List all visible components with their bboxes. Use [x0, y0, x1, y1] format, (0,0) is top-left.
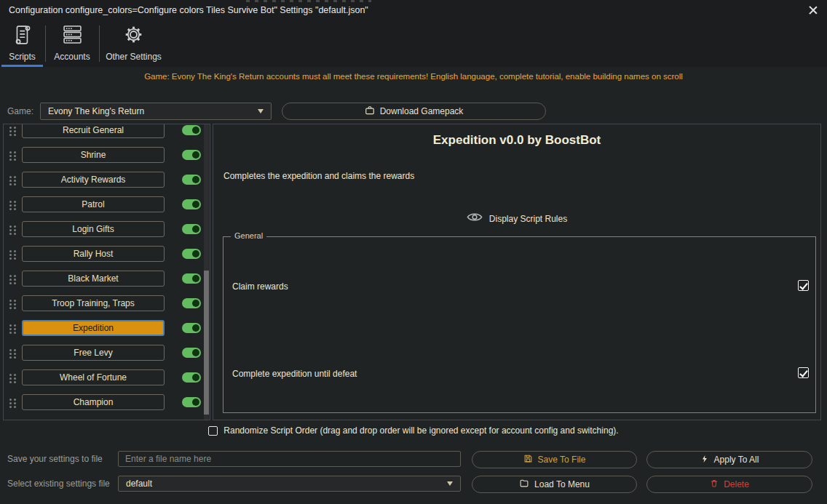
randomize-label: Randomize Script Order (drag and drop or…: [223, 425, 618, 436]
script-row: Free Levy: [4, 345, 210, 361]
general-groupbox-legend: General: [231, 231, 266, 240]
briefcase-icon: [365, 105, 375, 118]
script-title: Expedition v0.0 by BoostBot: [213, 133, 820, 148]
file-name-input[interactable]: [118, 451, 461, 467]
script-button[interactable]: Patrol: [22, 196, 165, 212]
script-row: Troop Training, Traps: [4, 295, 210, 311]
tab-scripts[interactable]: Scripts: [0, 20, 44, 67]
script-button[interactable]: Rally Host: [22, 246, 165, 262]
script-row: Recruit General: [4, 124, 210, 138]
script-toggle[interactable]: [182, 323, 201, 333]
script-row: Login Gifts: [4, 221, 210, 237]
drag-handle-icon[interactable]: [9, 151, 12, 153]
script-button[interactable]: Wheel of Fortune: [22, 369, 165, 385]
trash-icon: [710, 479, 719, 490]
claim-rewards-label: Claim rewards: [232, 281, 288, 292]
save-to-file-label: Save To File: [538, 455, 586, 465]
script-row: Patrol: [4, 196, 210, 212]
load-to-menu-label: Load To Menu: [534, 479, 590, 489]
eye-icon: [467, 212, 483, 225]
delete-button[interactable]: Delete: [646, 476, 812, 493]
general-groupbox: General Claim rewards Complete expeditio…: [223, 236, 816, 413]
script-toggle[interactable]: [182, 125, 201, 135]
script-toggle[interactable]: [182, 298, 201, 308]
drag-handle-icon[interactable]: [9, 225, 12, 228]
script-toggle[interactable]: [182, 224, 201, 234]
script-button[interactable]: Troop Training, Traps: [22, 295, 165, 311]
drag-handle-icon[interactable]: [9, 324, 12, 327]
randomize-checkbox[interactable]: [208, 426, 218, 436]
script-toggle[interactable]: [182, 397, 201, 407]
script-button[interactable]: Shrine: [22, 147, 165, 163]
script-button[interactable]: Login Gifts: [22, 221, 165, 237]
drag-handle-icon[interactable]: [9, 374, 12, 376]
script-description: Completes the expedition and claims the …: [223, 171, 414, 181]
script-row: Champion: [4, 394, 210, 410]
script-row: Activity Rewards: [4, 172, 210, 188]
drag-handle-icon[interactable]: [9, 201, 12, 203]
title-bar: Configuration configure_colors=Configure…: [0, 0, 827, 20]
drag-handle-icon[interactable]: [9, 349, 12, 351]
game-select[interactable]: Evony The King's Return: [40, 103, 272, 120]
script-settings-panel: Expedition v0.0 by BoostBot Completes th…: [213, 124, 821, 420]
drag-handle-icon[interactable]: [9, 176, 12, 178]
drag-handle-icon[interactable]: [9, 127, 12, 129]
close-icon[interactable]: [808, 5, 818, 15]
tab-accounts-label: Accounts: [54, 52, 90, 62]
script-toggle[interactable]: [182, 273, 201, 284]
tab-scripts-label: Scripts: [9, 52, 36, 62]
scrollbar-thumb[interactable]: [204, 271, 209, 415]
script-button-selected[interactable]: Expedition: [22, 320, 165, 336]
chevron-down-icon: [258, 109, 264, 113]
script-button[interactable]: Recruit General: [22, 124, 165, 138]
randomize-row: Randomize Script Order (drag and drop or…: [0, 425, 827, 436]
complete-expedition-checkbox[interactable]: [798, 367, 809, 378]
script-row: Wheel of Fortune: [4, 369, 210, 385]
script-toggle[interactable]: [182, 175, 201, 185]
save-to-file-button[interactable]: Save To File: [472, 451, 637, 468]
game-select-value: Evony The King's Return: [48, 106, 258, 116]
script-button[interactable]: Champion: [22, 394, 165, 410]
scroll-icon: [13, 25, 32, 48]
floppy-disk-icon: [523, 454, 533, 465]
configuration-window: Configuration configure_colors=Configure…: [0, 0, 827, 504]
drag-handle-icon[interactable]: [9, 275, 12, 277]
script-toggle[interactable]: [182, 249, 201, 259]
drag-handle-icon[interactable]: [9, 399, 12, 401]
display-script-rules-button[interactable]: Display Script Rules: [213, 212, 820, 225]
settings-file-value: default: [126, 479, 447, 489]
settings-file-select[interactable]: default: [118, 476, 461, 492]
game-label: Game:: [7, 103, 33, 120]
script-toggle[interactable]: [182, 150, 201, 160]
script-button[interactable]: Free Levy: [22, 345, 165, 361]
tab-other-settings[interactable]: Other Settings: [100, 20, 167, 67]
apply-to-all-button[interactable]: Apply To All: [646, 451, 812, 468]
tab-other-settings-label: Other Settings: [106, 52, 162, 62]
claim-rewards-checkbox[interactable]: [798, 280, 809, 291]
load-to-menu-button[interactable]: Load To Menu: [472, 476, 637, 493]
folder-icon: [519, 479, 529, 490]
display-script-rules-label: Display Script Rules: [489, 214, 567, 224]
save-settings-label: Save your settings to file: [7, 451, 103, 467]
download-gamepack-label: Download Gamepack: [380, 106, 464, 116]
script-toggle[interactable]: [182, 348, 201, 358]
delete-label: Delete: [724, 479, 749, 489]
apply-to-all-label: Apply To All: [714, 455, 759, 465]
drag-handle-icon[interactable]: [9, 300, 12, 302]
tab-accounts[interactable]: Accounts: [46, 20, 98, 67]
script-list-scrollbar[interactable]: [204, 124, 209, 420]
download-gamepack-button[interactable]: Download Gamepack: [282, 103, 546, 120]
select-settings-label: Select existing settings file: [7, 476, 110, 492]
script-toggle[interactable]: [182, 372, 201, 383]
script-button[interactable]: Activity Rewards: [22, 172, 165, 188]
requirements-warning: Game: Evony The King's Return accounts m…: [0, 72, 827, 81]
script-toggle[interactable]: [182, 199, 201, 209]
gear-icon: [124, 25, 143, 47]
script-row: Rally Host: [4, 246, 210, 262]
drag-handle-icon[interactable]: [9, 250, 12, 252]
tab-bar: Scripts Accounts: [0, 20, 827, 67]
script-list-panel: Recruit General Shrine Activity Rewards …: [3, 124, 210, 420]
servers-icon: [63, 25, 82, 47]
lightning-icon: [700, 455, 709, 465]
script-button[interactable]: Black Market: [22, 271, 165, 287]
